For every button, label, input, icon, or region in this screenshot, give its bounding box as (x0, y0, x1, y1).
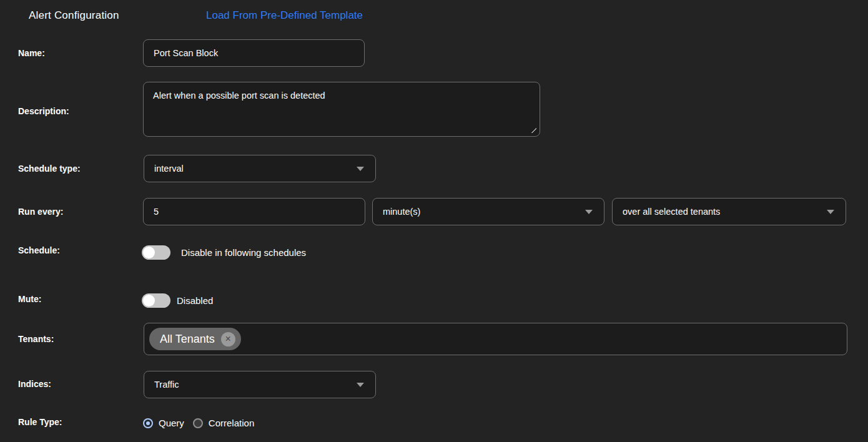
schedule-type-label: Schedule type: (18, 164, 81, 174)
schedule-type-select[interactable]: interval (144, 155, 376, 182)
run-every-label: Run every: (18, 207, 63, 217)
tenant-chip: All Tenants × (149, 328, 241, 350)
run-every-unit-value: minute(s) (383, 207, 420, 217)
chevron-down-icon (357, 167, 364, 171)
rule-type-radio-group: Query Correlation (143, 418, 254, 428)
name-label: Name: (18, 48, 45, 58)
run-every-scope-value: over all selected tenants (623, 207, 720, 217)
toggle-knob (143, 247, 155, 258)
chevron-down-icon (585, 210, 593, 214)
radio-ring (144, 420, 152, 427)
page-title: Alert Configuration (29, 9, 119, 22)
run-every-input[interactable] (143, 198, 365, 225)
description-label: Description: (18, 106, 69, 116)
radio-dot (146, 421, 150, 425)
mute-toggle-label: Disabled (177, 295, 213, 306)
radio-correlation-label: Correlation (209, 418, 254, 428)
alert-configuration-panel: Alert Configuration Load From Pre-Define… (0, 0, 868, 442)
description-field: Alert when a possible port scan is detec… (143, 82, 540, 137)
indices-label: Indices: (18, 379, 51, 389)
radio-correlation-icon[interactable] (193, 418, 203, 428)
load-template-link[interactable]: Load From Pre-Defined Template (206, 9, 363, 22)
close-icon: × (225, 334, 231, 344)
tenant-chip-label: All Tenants (160, 333, 215, 346)
schedule-toggle[interactable] (142, 245, 170, 260)
description-textarea[interactable]: Alert when a possible port scan is detec… (144, 82, 540, 136)
mute-toggle[interactable] (142, 293, 170, 308)
schedule-label: Schedule: (18, 245, 60, 255)
mute-label: Mute: (18, 294, 41, 304)
radio-query-label: Query (159, 418, 184, 428)
schedule-type-value: interval (154, 164, 184, 174)
tenants-input[interactable]: All Tenants × (144, 323, 847, 355)
indices-select[interactable]: Traffic (144, 371, 376, 398)
schedule-toggle-label: Disable in following schedules (181, 247, 306, 258)
run-every-scope-select[interactable]: over all selected tenants (612, 198, 846, 225)
name-input[interactable] (143, 39, 365, 67)
indices-value: Traffic (154, 380, 179, 390)
radio-query-selected-icon[interactable] (143, 418, 153, 428)
toggle-knob (143, 295, 155, 307)
run-every-unit-select[interactable]: minute(s) (372, 198, 604, 225)
chevron-down-icon (827, 210, 834, 214)
rule-type-label: Rule Type: (18, 417, 62, 427)
tenants-label: Tenants: (18, 334, 54, 344)
chevron-down-icon (357, 383, 364, 387)
remove-tenant-button[interactable]: × (221, 332, 235, 346)
